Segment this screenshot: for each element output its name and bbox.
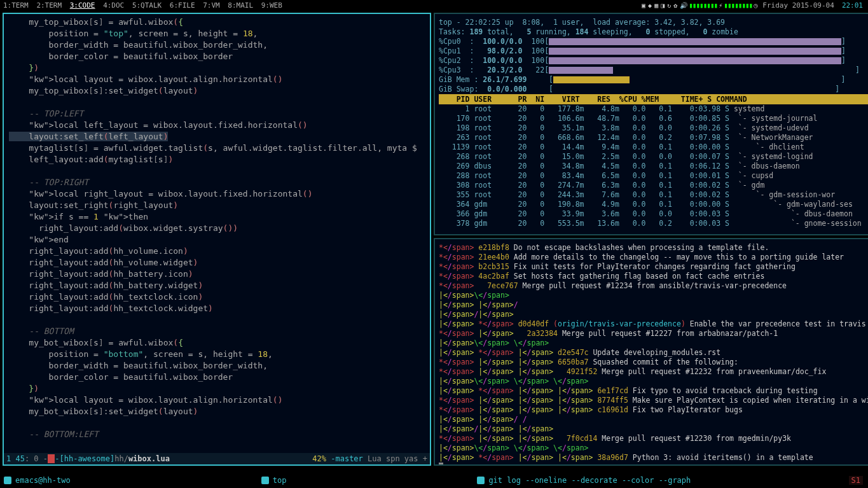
git-commit-line: |</span> |</span>/ — [439, 300, 868, 310]
git-commit-line: *</span> |</span> |</span> 4921f52 Merge… — [439, 367, 868, 377]
tray-icon[interactable]: ◆ — [647, 2, 653, 9]
process-row: 198 root 20 0 35.1m 3.8m 0.0 0.0 0:00.26… — [439, 123, 868, 133]
column: : 0 - — [25, 454, 48, 463]
vcs-branch: -master — [331, 454, 363, 463]
process-row: 308 root 20 0 274.7m 6.3m 0.0 0.1 0:00.0… — [439, 181, 868, 190]
git-commit-line: *</span> b2cb315 Fix unit tests for Play… — [439, 262, 868, 272]
git-commit-line: |</span> *</span> |</span> |</span> 6e1f… — [439, 386, 868, 396]
process-header: PID USER PR NI VIRT RES %CPU %MEM TIME+ … — [439, 94, 868, 104]
workspace-tag[interactable]: 6:FILE — [168, 1, 197, 10]
battery-bar: ▮▮▮▮▮▮▮▮ — [724, 1, 752, 10]
workspace-tag[interactable]: 7:VM — [201, 1, 222, 10]
task-git[interactable]: git log --oneline --decorate --color --g… — [477, 476, 691, 485]
major-mode: Lua — [368, 454, 382, 463]
git-commit-line: |</span> *</span> d0d40df (origin/travis… — [439, 319, 868, 329]
git-commit-line: *</span> |</span> |</span> |</span> 8774… — [439, 396, 868, 405]
process-row: 364 gdm 20 0 190.8m 4.9m 0.0 0.1 0:00.00… — [439, 200, 868, 209]
tray-icon[interactable]: ▣ — [640, 2, 647, 9]
task-emacs[interactable]: emacs@hh-two — [4, 476, 71, 485]
git-terminal[interactable]: *</span> e218bf8 Do not escape backslash… — [434, 238, 868, 466]
process-row: 1139 root 20 0 14.4m 9.4m 0.0 0.1 0:00.0… — [439, 143, 868, 152]
git-log: *</span> e218bf8 Do not escape backslash… — [439, 243, 868, 466]
emacs-modeline: 1 45 : 0 - M -[hh-awesome] hh/ wibox.lua… — [4, 453, 430, 464]
git-commit-line: |</span>/|</span> |</span> — [439, 424, 868, 434]
git-commit-line: *</span> 4ac2baf Set hosts fact gatherin… — [439, 272, 868, 281]
line-number: 1 45 — [6, 454, 25, 463]
app-icon — [4, 477, 11, 484]
code-editor[interactable]: my_top_wibox[s] = awful.wibox({ position… — [4, 14, 430, 453]
tray-icon[interactable]: ◨ — [659, 2, 666, 9]
process-row: 288 root 20 0 83.4m 6.5m 0.0 0.1 0:00.01… — [439, 171, 868, 181]
time-label: 22:01 — [838, 1, 867, 10]
modified-flag: M — [48, 454, 55, 463]
process-row: 269 dbus 20 0 34.8m 4.5m 0.0 0.1 0:06.12… — [439, 162, 868, 171]
git-commit-line: |</span>\</span> \</span> — [439, 338, 868, 348]
clock-icon: ◷ — [752, 2, 759, 9]
git-commit-line: *</span> |</span> |</span> 6650ba7 Squas… — [439, 358, 868, 367]
git-commit-line: *</span> 7ece767 Merge pull request #122… — [439, 281, 868, 291]
workspace-tag[interactable]: 8:MAIL — [226, 1, 255, 10]
app-icon — [261, 477, 269, 484]
file-path: hh/ — [114, 454, 128, 463]
workspace-tag[interactable]: 5:QTALK — [130, 1, 163, 10]
git-commit-line: |</span> *</span> |</span> |</span> 38a9… — [439, 453, 868, 463]
git-commit-line: |</span>\</span> \</span> \</span> — [439, 377, 868, 386]
top-terminal[interactable]: top - 22:02:25 up 8:08, 1 user, load ave… — [434, 13, 868, 235]
tray-icon[interactable]: ✿ — [672, 2, 679, 9]
git-commit-line: |</span> *</span> |</span> d2e547c Updat… — [439, 348, 868, 358]
workspace-tag[interactable]: 1:TERM — [1, 1, 31, 10]
volume-bar: ▮▮▮▮▮▮▮▮ — [689, 1, 717, 10]
top-bar: 1:TERM 2:TERM 3:CODE 4:DOC 5:QTALK 6:FIL… — [0, 0, 868, 10]
volume-icon[interactable]: 🔊 — [679, 2, 689, 9]
file-name: wibox.lua — [128, 454, 170, 463]
tray-icon[interactable]: ↻ — [666, 2, 672, 9]
workspace-tag[interactable]: 3:CODE — [68, 1, 97, 10]
git-commit-line: *</span> |</span> 2a32384 Merge pull req… — [439, 329, 868, 338]
date-label: Friday 2015-09-04 — [759, 1, 838, 10]
taskbar[interactable]: emacs@hh-two top git log --oneline --dec… — [0, 473, 868, 488]
app-icon — [477, 477, 485, 484]
emacs-window[interactable]: my_top_wibox[s] = awful.wibox({ position… — [3, 13, 431, 466]
status-badge: S1 — [849, 476, 863, 485]
git-commit-line: |</span>\</span> \</span> \</span> — [439, 443, 868, 453]
project-name: -[hh-awesome] — [55, 454, 114, 463]
process-row: 355 root 20 0 244.3m 7.6m 0.0 0.1 0:00.0… — [439, 190, 868, 200]
workspace-tag[interactable]: 2:TERM — [34, 1, 64, 10]
battery-icon[interactable]: ⚡ — [717, 2, 724, 9]
process-list: 1 root 20 0 177.8m 4.8m 0.0 0.1 0:03.98 … — [439, 104, 868, 228]
top-summary: top - 22:02:25 up 8:08, 1 user, load ave… — [439, 18, 868, 94]
task-top[interactable]: top — [261, 476, 287, 485]
git-commit-line: *</span> |</span> |</span> 7f0cd14 Merge… — [439, 434, 868, 443]
process-row: 268 root 20 0 15.0m 2.5m 0.0 0.0 0:00.07… — [439, 152, 868, 162]
git-commit-line: |</span>\</span> — [439, 291, 868, 300]
process-row: 378 gdm 20 0 553.5m 13.6m 0.0 0.2 0:00.0… — [439, 219, 868, 228]
process-row: 170 root 20 0 106.6m 48.7m 0.0 0.6 0:00.… — [439, 114, 868, 123]
git-commit-line: |</span> |</span>/ / — [439, 415, 868, 424]
git-commit-line: *</span> |</span> |</span> |</span> c169… — [439, 405, 868, 415]
git-commit-line: |</span>/|</span> — [439, 310, 868, 319]
workspace-tag[interactable]: 4:DOC — [101, 1, 126, 10]
scroll-percent: 42% — [312, 454, 326, 463]
workspace-tag[interactable]: 9:WEB — [259, 1, 284, 10]
tray-icon[interactable]: ▦ — [653, 2, 659, 9]
git-commit-line: *</span> 21ee4b0 Add more details to the… — [439, 253, 868, 262]
process-row: 263 root 20 0 668.6m 12.4m 0.0 0.2 0:07.… — [439, 133, 868, 143]
minor-modes: spn yas + — [386, 454, 427, 463]
git-commit-line: *</span> e218bf8 Do not escape backslash… — [439, 243, 868, 253]
process-row: 366 gdm 20 0 33.9m 3.6m 0.0 0.0 0:00.03 … — [439, 209, 868, 219]
process-row: 1 root 20 0 177.8m 4.8m 0.0 0.1 0:03.98 … — [439, 104, 868, 114]
